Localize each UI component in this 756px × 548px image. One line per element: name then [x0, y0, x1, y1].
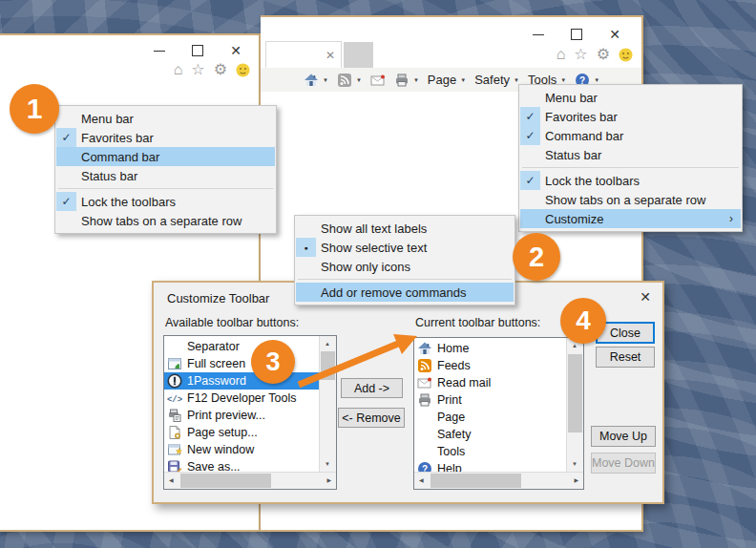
add-button[interactable]: Add ->	[341, 378, 403, 398]
list-item-page[interactable]: Page	[414, 409, 566, 426]
scroll-right-icon[interactable]: ▶	[326, 477, 331, 483]
menu-gutter	[56, 109, 76, 128]
scrollbar-thumb[interactable]	[180, 474, 271, 488]
menu-item-show-tabs-on-a-separate-row[interactable]: Show tabs on a separate row	[520, 190, 741, 209]
list-item-tools[interactable]: Tools	[414, 443, 566, 460]
menu-item-lock-the-toolbars[interactable]: ✓Lock the toolbars	[520, 171, 741, 190]
list-item-read-mail[interactable]: Read mail	[414, 374, 566, 391]
remove-button[interactable]: <- Remove	[338, 408, 405, 428]
tab-close-icon[interactable]: ✕	[326, 49, 335, 62]
list-item-label: Page setup...	[187, 426, 258, 439]
menu-item-show-all-text-labels[interactable]: Show all text labels	[296, 219, 514, 238]
list-item-safety[interactable]: Safety	[414, 426, 566, 443]
list-item-print[interactable]: Print	[414, 391, 566, 409]
minimize-icon[interactable]	[154, 51, 165, 52]
minimize-icon[interactable]	[533, 34, 544, 35]
vertical-scrollbar[interactable]: ▲ ▼	[566, 338, 583, 472]
close-icon[interactable]: ✕	[609, 30, 620, 39]
current-buttons-label: Current toolbar buttons:	[415, 316, 540, 329]
print-icon	[394, 73, 410, 88]
menu-item-add-or-remove-commands[interactable]: Add or remove commands	[296, 283, 514, 302]
smiley-feedback-icon[interactable]	[236, 63, 250, 77]
menu-item-lock-the-toolbars[interactable]: ✓Lock the toolbars	[56, 192, 275, 211]
home-icon[interactable]: ⌂	[174, 62, 183, 77]
list-item-label: Read mail	[437, 376, 491, 390]
command-bar-item-page[interactable]: Page▼	[428, 73, 466, 87]
command-bar-item[interactable]: ▼	[304, 73, 328, 88]
list-item-separator[interactable]: Separator	[164, 338, 319, 355]
list-item-f12-developer-tools[interactable]: </>F12 Developer Tools	[164, 390, 319, 407]
menu-item-show-tabs-on-a-separate-row[interactable]: Show tabs on a separate row	[56, 211, 275, 230]
list-item-feeds[interactable]: Feeds	[414, 357, 566, 374]
menu-item-favorites-bar[interactable]: ✓Favorites bar	[56, 128, 275, 147]
scrollbar-thumb[interactable]	[568, 354, 582, 432]
list-item-home[interactable]: Home	[414, 340, 566, 357]
settings-gear-icon[interactable]: ⚙	[597, 47, 610, 62]
chevron-down-icon: ▼	[594, 77, 599, 83]
menu-item-status-bar[interactable]: Status bar	[56, 166, 275, 185]
menu-item-favorites-bar[interactable]: ✓Favorites bar	[520, 107, 741, 126]
scrollbar-thumb[interactable]	[430, 474, 521, 488]
favorites-star-icon[interactable]: ☆	[191, 62, 204, 77]
menu-item-show-selective-text[interactable]: ●Show selective text	[296, 238, 514, 257]
command-bar-item-safety[interactable]: Safety▼	[474, 73, 519, 87]
home-icon[interactable]: ⌂	[556, 47, 566, 62]
maximize-icon[interactable]	[192, 45, 203, 56]
command-bar-item[interactable]: ▼	[337, 73, 362, 88]
scrollbar-thumb[interactable]	[321, 351, 335, 380]
no-icon	[417, 427, 432, 442]
menu-gutter	[520, 88, 540, 107]
current-buttons-list[interactable]: HomeFeedsRead mailPrintPageSafetyTools?H…	[413, 337, 584, 490]
titlebar-toolbar: ⌂ ☆ ⚙	[556, 47, 633, 62]
scroll-up-icon[interactable]: ▲	[572, 343, 578, 348]
command-bar-item[interactable]	[370, 73, 386, 88]
smiley-feedback-icon[interactable]	[619, 48, 633, 62]
reset-button[interactable]: Reset	[596, 347, 655, 368]
list-item-1password[interactable]: 1Password	[164, 372, 319, 390]
move-down-button: Move Down	[591, 453, 656, 474]
menu-gutter	[520, 145, 540, 164]
dialog-close-icon[interactable]: ✕	[640, 289, 651, 305]
move-up-button[interactable]: Move Up	[591, 426, 656, 447]
browser-tab[interactable]: ✕	[265, 41, 342, 68]
menu-item-show-only-icons[interactable]: Show only icons	[296, 257, 514, 276]
menu-item-label: Show only icons	[321, 260, 410, 274]
radio-bullet-icon: ●	[296, 238, 316, 257]
scroll-up-icon[interactable]: ▲	[325, 341, 330, 347]
horizontal-scrollbar[interactable]: ◀ ▶	[164, 472, 336, 489]
menu-item-label: Show all text labels	[321, 221, 427, 236]
list-item-page-setup-[interactable]: Page setup...	[164, 424, 319, 441]
horizontal-scrollbar[interactable]: ◀ ▶	[414, 472, 583, 489]
list-item-full-screen[interactable]: Full screen	[164, 355, 319, 372]
checkmark-icon: ✓	[61, 131, 71, 144]
list-item-print-preview-[interactable]: Print preview...	[164, 407, 319, 424]
menu-item-label: Menu bar	[545, 91, 598, 105]
new-tab-button[interactable]	[344, 42, 373, 68]
menu-item-command-bar[interactable]: ✓Command bar	[520, 126, 741, 145]
available-buttons-list[interactable]: SeparatorFull screen1Password</>F12 Deve…	[163, 335, 337, 490]
maximize-icon[interactable]	[571, 29, 582, 40]
settings-gear-icon[interactable]: ⚙	[214, 62, 227, 77]
list-item-save-as-[interactable]: Save as...	[164, 458, 319, 472]
scroll-left-icon[interactable]: ◀	[419, 477, 424, 483]
close-icon[interactable]: ✕	[230, 46, 242, 55]
scroll-right-icon[interactable]: ▶	[574, 477, 578, 483]
scroll-left-icon[interactable]: ◀	[169, 477, 174, 483]
favorites-star-icon[interactable]: ☆	[574, 47, 587, 62]
list-item-help[interactable]: ?Help	[414, 460, 566, 472]
command-bar-item[interactable]: ▼	[394, 73, 419, 88]
list-item-new-window[interactable]: New window	[164, 441, 319, 458]
scroll-down-icon[interactable]: ▼	[325, 461, 330, 467]
callout-badge-4: 4	[560, 298, 606, 344]
print-preview-icon	[167, 408, 182, 423]
scroll-down-icon[interactable]: ▼	[572, 461, 578, 467]
menu-item-customize[interactable]: Customize›	[520, 209, 741, 228]
svg-text:?: ?	[422, 464, 428, 473]
menu-item-status-bar[interactable]: Status bar	[520, 145, 741, 164]
menu-item-menu-bar[interactable]: Menu bar	[56, 109, 275, 128]
menu-item-menu-bar[interactable]: Menu bar	[520, 88, 741, 107]
no-icon	[417, 444, 432, 459]
menu-item-command-bar[interactable]: Command bar	[56, 147, 275, 166]
checkmark-icon: ✓	[56, 192, 76, 211]
vertical-scrollbar[interactable]: ▲ ▼	[319, 336, 336, 472]
